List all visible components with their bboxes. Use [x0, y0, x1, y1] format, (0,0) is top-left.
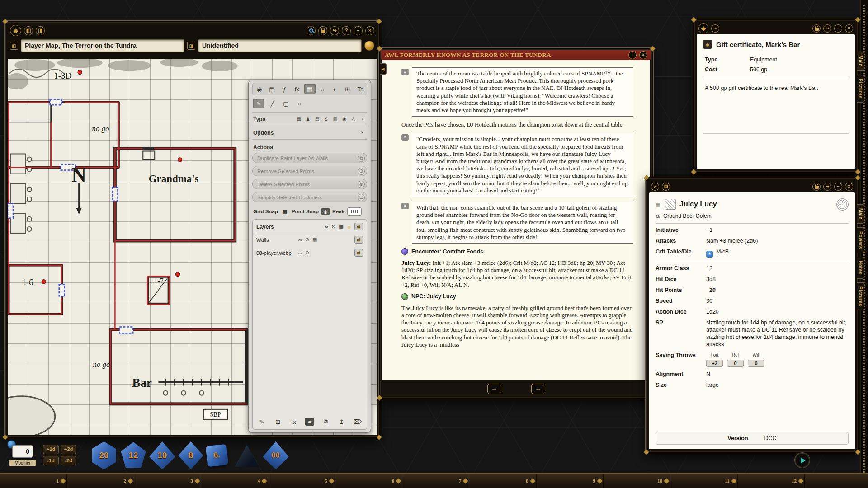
stat-value[interactable]: slam +3 melee (2d6) [706, 237, 849, 244]
stat-value[interactable]: 3d8 [706, 276, 849, 283]
item-title-bar[interactable]: ◈ ∞ ↪ − × [694, 20, 858, 34]
occluder-type-window-icon[interactable]: ▥ [331, 116, 339, 122]
minus-2d-button[interactable]: -2d [61, 456, 76, 465]
hotbar-slot[interactable]: 12 [738, 474, 805, 488]
stat-value[interactable]: sizzling touch for 1d4 hp of damage, on … [706, 319, 849, 348]
add-paint-layer-icon[interactable]: ✎ [257, 417, 266, 427]
lock-button[interactable] [812, 24, 821, 33]
radial-menu-button[interactable]: ◈ [10, 25, 21, 36]
pencil-tool-icon[interactable]: ✎ [253, 99, 264, 108]
layer-grid-icon[interactable]: ▦ [312, 237, 317, 243]
pointer-tool-icon[interactable]: ◉ [254, 84, 265, 94]
die-d10[interactable]: 10 [149, 441, 176, 469]
story-title-bar[interactable]: AWL FORMERLY KNOWN AS TERROR ON THE TUND… [381, 50, 651, 60]
occluder-type-wall-icon[interactable]: ▦ [295, 116, 303, 122]
trash-icon[interactable]: ⌦ [353, 417, 362, 427]
hotbar-slot[interactable]: 1 [0, 474, 67, 488]
layers-tool-icon[interactable]: ▤ [266, 84, 278, 94]
layers-lock-button[interactable] [354, 223, 363, 230]
hotbar-slot[interactable]: 2 [67, 474, 134, 488]
hotbar-slot[interactable]: 3 [134, 474, 201, 488]
occluder-type-terrain-icon[interactable]: ▤ [313, 116, 321, 122]
add-grid-layer-icon[interactable]: ⊞ [273, 417, 282, 427]
peek-input[interactable]: 0.0 [347, 207, 362, 216]
copy-layer-icon[interactable]: ⧉ [321, 417, 330, 427]
scissors-icon[interactable]: ✂ [359, 129, 366, 136]
play-button[interactable] [795, 453, 810, 468]
hotbar-slot[interactable]: 9 [537, 474, 604, 488]
stat-value[interactable]: large [706, 381, 849, 389]
stat-value[interactable]: N [706, 371, 849, 378]
minimize-button[interactable]: − [354, 26, 363, 35]
hotbar-slot[interactable]: 7 [402, 474, 469, 488]
die-button[interactable]: ⚄ [662, 183, 670, 191]
token-portrait[interactable] [836, 198, 849, 211]
hotbar-slot[interactable]: 11 [670, 474, 737, 488]
crit-die-icon[interactable]: ★ [706, 251, 713, 258]
grid-snap-toggle-icon[interactable]: ▦ [281, 208, 289, 215]
type-value[interactable]: Equipment [750, 56, 777, 63]
remove-selected-points-button[interactable]: Remove Selected Points ⊖ [252, 166, 367, 176]
occluder-type-pit-icon[interactable]: △ [349, 116, 357, 122]
occluder-type-visible-icon[interactable]: ◉ [340, 116, 348, 122]
minimize-button[interactable]: − [834, 183, 842, 191]
layers-light-icon[interactable]: ☼ [347, 224, 351, 230]
map-title-field[interactable]: Player Map, The Terror on the Tundra [21, 39, 184, 52]
npc-name[interactable]: Juicy Lucy [679, 200, 833, 208]
layer-link-icon[interactable]: ∞ [298, 250, 302, 256]
occluder-type-door-icon[interactable]: ♟ [304, 116, 312, 122]
share-button[interactable]: ↪ [823, 183, 831, 191]
die-d12[interactable]: 12 [120, 441, 147, 469]
folder-icon[interactable]: ▰ [305, 418, 314, 426]
close-button[interactable]: × [845, 24, 853, 33]
stat-value[interactable]: 30' [706, 297, 849, 305]
add-effect-layer-icon[interactable]: fx [289, 417, 298, 427]
page-back-button[interactable]: ◀ [380, 63, 387, 75]
text-tool-icon[interactable]: Tt [354, 84, 366, 94]
stat-value[interactable]: 12 [706, 265, 849, 272]
effects-tool-icon[interactable]: fx [292, 84, 303, 94]
die-d8[interactable]: 8 [177, 441, 204, 469]
save-value[interactable]: 0 [748, 360, 764, 367]
next-page-button[interactable]: → [531, 384, 545, 394]
share-button[interactable]: ↪ [823, 24, 831, 33]
layer-row-image[interactable]: 08-player.webp ∞ ⊙ [255, 246, 365, 259]
hotbar-slot[interactable]: 4 [201, 474, 268, 488]
tab-pictures[interactable]: Pictures [857, 282, 864, 310]
die-d6[interactable]: 6. [206, 444, 229, 467]
minus-1d-button[interactable]: -1d [43, 456, 59, 465]
lock-button[interactable] [812, 183, 821, 191]
tab-main[interactable]: Main [857, 204, 864, 224]
encounter-link[interactable]: Encounter: Comfort Foods [411, 249, 483, 255]
occluder-tool-icon[interactable]: ▦ [304, 84, 316, 94]
tab-notes[interactable]: Notes [857, 257, 864, 279]
stat-value[interactable]: +1 [706, 226, 849, 234]
stat-value[interactable]: 20 [706, 286, 849, 294]
close-button[interactable]: × [845, 183, 853, 191]
link-button[interactable]: ∞ [651, 183, 659, 191]
portrait-thumbnail[interactable] [665, 199, 676, 210]
line-tool-icon[interactable]: ╱ [267, 99, 278, 108]
hotbar-slot[interactable]: 5 [268, 474, 335, 488]
layer-eye-icon[interactable]: ⊙ [305, 250, 309, 256]
plus-1d-button[interactable]: +1d [43, 445, 59, 454]
lighting-tool-icon[interactable]: ☼ [316, 84, 328, 94]
die-d4[interactable] [234, 444, 259, 469]
point-snap-toggle-icon[interactable]: ◎ [321, 208, 330, 215]
plus-2d-button[interactable]: +2d [61, 445, 76, 454]
duplicate-paint-layer-button[interactable]: Duplicate Paint Layer As Walls ⧉ [252, 153, 367, 163]
map-canvas[interactable]: 1-3D no go N Grandma's 1-6 1-7 no go Bar… [8, 59, 377, 435]
identify-button[interactable] [364, 41, 374, 51]
hotbar-slot[interactable]: 6 [335, 474, 402, 488]
delete-selected-points-button[interactable]: Delete Selected Points ⊗ [252, 179, 367, 189]
link-button[interactable]: ∞ [711, 24, 719, 33]
layer-link-icon[interactable]: ∞ [298, 237, 302, 243]
occluder-type-cost-icon[interactable]: $ [322, 116, 330, 122]
radial-menu-button[interactable]: ◈ [698, 23, 708, 33]
layers-link-icon[interactable]: ∞ [325, 224, 328, 230]
mask-tool-icon[interactable]: ◐ [329, 84, 340, 94]
layer-lock-button[interactable] [354, 249, 363, 257]
share-button[interactable]: ↪ [330, 26, 339, 35]
save-value[interactable]: 0 [727, 360, 744, 367]
ellipse-tool-icon[interactable]: ○ [294, 99, 305, 108]
